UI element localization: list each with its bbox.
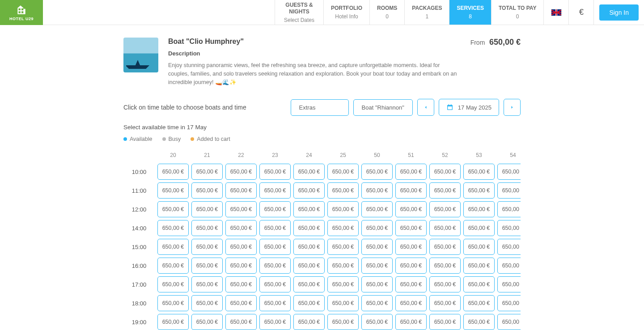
- timeslot-button[interactable]: 650,00 €: [327, 182, 359, 199]
- timeslot-button[interactable]: 650,00 €: [497, 220, 521, 236]
- timeslot-button[interactable]: 650,00 €: [463, 220, 495, 236]
- timeslot-button[interactable]: 650,00 €: [327, 276, 359, 292]
- timeslot-button[interactable]: 650,00 €: [327, 220, 359, 236]
- timeslot-button[interactable]: 650,00 €: [293, 182, 325, 199]
- timetable-wrap[interactable]: 202122232425505152535410:00650,00 €650,0…: [123, 151, 521, 330]
- timeslot-button[interactable]: 650,00 €: [463, 201, 495, 217]
- timeslot-button[interactable]: 650,00 €: [225, 164, 257, 180]
- timeslot-button[interactable]: 650,00 €: [361, 258, 393, 274]
- timeslot-button[interactable]: 650,00 €: [463, 295, 495, 311]
- timeslot-button[interactable]: 650,00 €: [191, 201, 223, 217]
- timeslot-button[interactable]: 650,00 €: [259, 314, 291, 330]
- timeslot-button[interactable]: 650,00 €: [293, 201, 325, 217]
- timeslot-button[interactable]: 650,00 €: [157, 239, 189, 255]
- boat-dropdown[interactable]: Boat "Rhiannon": [353, 99, 413, 116]
- timeslot-button[interactable]: 650,00 €: [293, 220, 325, 236]
- prev-date-button[interactable]: [417, 99, 434, 116]
- timeslot-button[interactable]: 650,00 €: [429, 314, 461, 330]
- timeslot-button[interactable]: 650,00 €: [327, 295, 359, 311]
- timeslot-button[interactable]: 650,00 €: [395, 164, 427, 180]
- timeslot-button[interactable]: 650,00 €: [463, 182, 495, 199]
- timeslot-button[interactable]: 650,00 €: [293, 258, 325, 274]
- date-picker-button[interactable]: 17 May 2025: [439, 99, 499, 116]
- timeslot-button[interactable]: 650,00 €: [191, 164, 223, 180]
- timeslot-button[interactable]: 650,00 €: [361, 239, 393, 255]
- language-selector[interactable]: [543, 0, 568, 25]
- timeslot-button[interactable]: 650,00 €: [259, 239, 291, 255]
- timeslot-button[interactable]: 650,00 €: [429, 182, 461, 199]
- timeslot-button[interactable]: 650,00 €: [259, 295, 291, 311]
- next-date-button[interactable]: [504, 99, 521, 116]
- timeslot-button[interactable]: 650,00 €: [293, 276, 325, 292]
- timeslot-button[interactable]: 650,00 €: [463, 239, 495, 255]
- nav-total[interactable]: TOTAL TO PAY 0: [491, 0, 543, 25]
- timeslot-button[interactable]: 650,00 €: [361, 295, 393, 311]
- timeslot-button[interactable]: 650,00 €: [463, 164, 495, 180]
- timeslot-button[interactable]: 650,00 €: [327, 201, 359, 217]
- timeslot-button[interactable]: 650,00 €: [157, 220, 189, 236]
- timeslot-button[interactable]: 650,00 €: [497, 201, 521, 217]
- timeslot-button[interactable]: 650,00 €: [463, 276, 495, 292]
- timeslot-button[interactable]: 650,00 €: [361, 276, 393, 292]
- timeslot-button[interactable]: 650,00 €: [395, 258, 427, 274]
- timeslot-button[interactable]: 650,00 €: [395, 276, 427, 292]
- timeslot-button[interactable]: 650,00 €: [429, 295, 461, 311]
- timeslot-button[interactable]: 650,00 €: [497, 258, 521, 274]
- timeslot-button[interactable]: 650,00 €: [191, 239, 223, 255]
- timeslot-button[interactable]: 650,00 €: [497, 276, 521, 292]
- nav-packages[interactable]: PACKAGES 1: [404, 0, 449, 25]
- timeslot-button[interactable]: 650,00 €: [259, 182, 291, 199]
- timeslot-button[interactable]: 650,00 €: [157, 276, 189, 292]
- timeslot-button[interactable]: 650,00 €: [395, 182, 427, 199]
- timeslot-button[interactable]: 650,00 €: [157, 182, 189, 199]
- timeslot-button[interactable]: 650,00 €: [497, 295, 521, 311]
- timeslot-button[interactable]: 650,00 €: [157, 295, 189, 311]
- timeslot-button[interactable]: 650,00 €: [225, 182, 257, 199]
- timeslot-button[interactable]: 650,00 €: [259, 220, 291, 236]
- timeslot-button[interactable]: 650,00 €: [429, 164, 461, 180]
- timeslot-button[interactable]: 650,00 €: [361, 182, 393, 199]
- signin-button[interactable]: Sign In: [599, 4, 639, 21]
- timeslot-button[interactable]: 650,00 €: [225, 295, 257, 311]
- timeslot-button[interactable]: 650,00 €: [429, 239, 461, 255]
- timeslot-button[interactable]: 650,00 €: [463, 258, 495, 274]
- timeslot-button[interactable]: 650,00 €: [225, 258, 257, 274]
- timeslot-button[interactable]: 650,00 €: [429, 258, 461, 274]
- currency-selector[interactable]: €: [568, 0, 593, 25]
- timeslot-button[interactable]: 650,00 €: [225, 314, 257, 330]
- timeslot-button[interactable]: 650,00 €: [395, 201, 427, 217]
- timeslot-button[interactable]: 650,00 €: [395, 314, 427, 330]
- timeslot-button[interactable]: 650,00 €: [395, 239, 427, 255]
- timeslot-button[interactable]: 650,00 €: [225, 220, 257, 236]
- timeslot-button[interactable]: 650,00 €: [361, 220, 393, 236]
- logo[interactable]: HOTEL U29: [0, 0, 43, 25]
- timeslot-button[interactable]: 650,00 €: [497, 239, 521, 255]
- timeslot-button[interactable]: 650,00 €: [157, 201, 189, 217]
- timeslot-button[interactable]: 650,00 €: [429, 220, 461, 236]
- timeslot-button[interactable]: 650,00 €: [191, 276, 223, 292]
- timeslot-button[interactable]: 650,00 €: [361, 164, 393, 180]
- timeslot-button[interactable]: 650,00 €: [259, 276, 291, 292]
- nav-rooms[interactable]: ROOMS 0: [369, 0, 404, 25]
- timeslot-button[interactable]: 650,00 €: [191, 258, 223, 274]
- timeslot-button[interactable]: 650,00 €: [463, 314, 495, 330]
- timeslot-button[interactable]: 650,00 €: [225, 201, 257, 217]
- timeslot-button[interactable]: 650,00 €: [157, 164, 189, 180]
- nav-portfolio[interactable]: PORTFOLIO Hotel Info: [323, 0, 369, 25]
- extras-dropdown[interactable]: Extras: [291, 99, 349, 116]
- timeslot-button[interactable]: 650,00 €: [191, 295, 223, 311]
- timeslot-button[interactable]: 650,00 €: [293, 295, 325, 311]
- timeslot-button[interactable]: 650,00 €: [327, 258, 359, 274]
- timeslot-button[interactable]: 650,00 €: [259, 164, 291, 180]
- timeslot-button[interactable]: 650,00 €: [361, 314, 393, 330]
- timeslot-button[interactable]: 650,00 €: [259, 258, 291, 274]
- timeslot-button[interactable]: 650,00 €: [225, 239, 257, 255]
- timeslot-button[interactable]: 650,00 €: [293, 164, 325, 180]
- timeslot-button[interactable]: 650,00 €: [497, 164, 521, 180]
- timeslot-button[interactable]: 650,00 €: [191, 314, 223, 330]
- timeslot-button[interactable]: 650,00 €: [157, 314, 189, 330]
- timeslot-button[interactable]: 650,00 €: [497, 182, 521, 199]
- nav-guests-nights[interactable]: GUESTS & NIGHTS Select Dates: [275, 0, 323, 25]
- timeslot-button[interactable]: 650,00 €: [293, 314, 325, 330]
- timeslot-button[interactable]: 650,00 €: [429, 276, 461, 292]
